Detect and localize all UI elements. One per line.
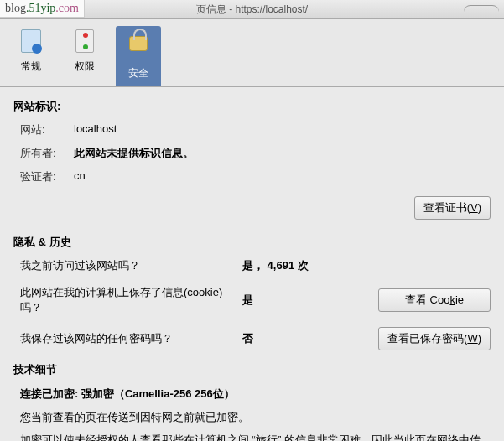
privacy-a-cookie: 是 xyxy=(242,293,378,308)
identity-value-verifier: cn xyxy=(74,169,491,184)
tab-security[interactable]: 安全 xyxy=(116,26,161,86)
identity-grid: 网站: localhost 所有者: 此网站未提供标识信息。 验证者: cn xyxy=(20,122,491,184)
privacy-a-visited: 是， 4,691 次 xyxy=(242,258,378,273)
view-certificate-button[interactable]: 查看证书(V) xyxy=(414,196,491,220)
tech-p2: 加密可以使未经授权的人查看那些在计算机之间 “旅行” 的信息非常困难。因此当此页… xyxy=(20,432,491,441)
lock-icon xyxy=(125,36,152,63)
privacy-title: 隐私 & 历史 xyxy=(13,235,491,250)
permissions-icon xyxy=(71,29,98,56)
privacy-a-password: 否 xyxy=(242,331,378,346)
identity-label-verifier: 验证者: xyxy=(20,169,74,184)
privacy-q-password: 我保存过该网站的任何密码吗？ xyxy=(20,331,242,346)
tab-general[interactable]: 常规 xyxy=(8,26,54,86)
identity-value-owner: 此网站未提供标识信息。 xyxy=(74,146,491,161)
identity-label-website: 网站: xyxy=(20,122,74,137)
tech-title: 技术细节 xyxy=(13,362,491,377)
window-title: 页信息 - https://localhost/ xyxy=(196,3,308,15)
content-area: 网站标识: 网站: localhost 所有者: 此网站未提供标识信息。 验证者… xyxy=(0,87,504,441)
privacy-grid: 我之前访问过该网站吗？ 是， 4,691 次 此网站在我的计算机上保存了信息(c… xyxy=(20,258,491,350)
identity-value-website: localhost xyxy=(74,122,491,137)
view-cookies-button[interactable]: 查看 Cookie xyxy=(378,288,491,312)
identity-label-owner: 所有者: xyxy=(20,146,74,161)
encryption-line: 连接已加密: 强加密（Camellia-256 256位） xyxy=(20,386,491,402)
window-controls-placeholder xyxy=(464,5,499,13)
document-info-icon xyxy=(18,29,44,56)
privacy-q-cookie: 此网站在我的计算机上保存了信息(cookie)吗？ xyxy=(20,285,242,315)
privacy-q-visited: 我之前访问过该网站吗？ xyxy=(20,258,242,273)
tab-permissions[interactable]: 权限 xyxy=(62,26,107,86)
identity-title: 网站标识: xyxy=(13,99,491,114)
toolbar: 常规 权限 安全 xyxy=(0,19,504,87)
view-saved-passwords-button[interactable]: 查看已保存密码(W) xyxy=(378,327,491,350)
watermark: blog.51yip.com xyxy=(0,0,85,18)
tech-p1: 您当前查看的页在传送到因特网之前就已加密。 xyxy=(20,409,491,426)
tech-details: 连接已加密: 强加密（Camellia-256 256位） 您当前查看的页在传送… xyxy=(20,386,491,441)
